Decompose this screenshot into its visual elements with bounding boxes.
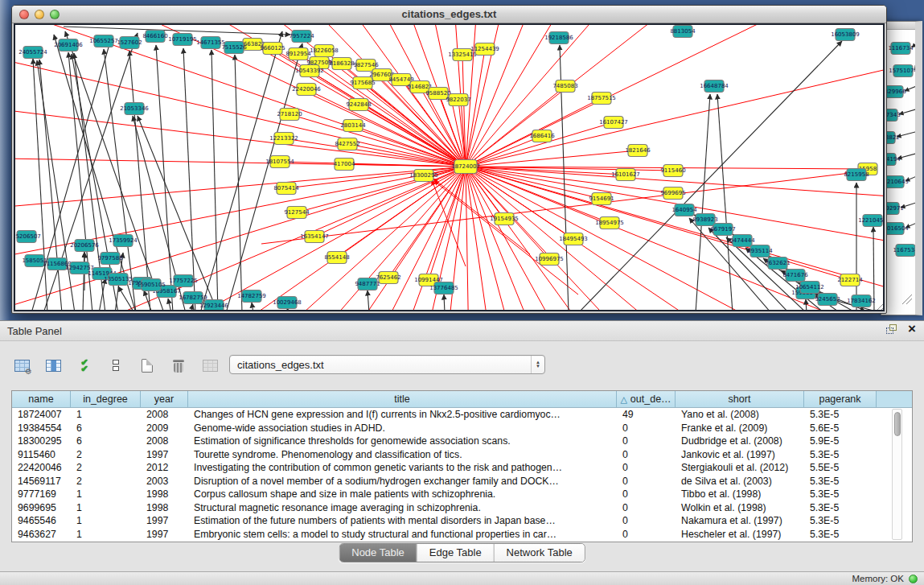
column-header-short[interactable]: short <box>676 391 804 407</box>
tab-edge-table[interactable]: Edge Table <box>417 544 495 562</box>
network-node[interactable]: 15905105 <box>137 279 166 291</box>
network-node[interactable]: 18495493 <box>559 233 588 245</box>
network-node[interactable]: 12213322 <box>269 133 298 145</box>
network-node[interactable]: 8554148 <box>324 252 349 264</box>
network-node[interactable]: 9699695 <box>660 187 685 200</box>
network-canvas[interactable]: 7663822966012589129541822605898275091054… <box>14 23 885 311</box>
network-node[interactable]: 8471676 <box>782 270 808 282</box>
tab-node-table[interactable]: Node Table <box>339 544 417 562</box>
network-node[interactable]: 8466160 <box>142 31 167 43</box>
network-node[interactable]: 8186328 <box>329 58 354 70</box>
network-node[interactable]: 13776485 <box>429 282 458 295</box>
network-node[interactable]: 9115460 <box>660 165 685 177</box>
network-node[interactable]: 10719195 <box>168 34 197 46</box>
network-node[interactable]: 1527602 <box>117 37 142 49</box>
table-row[interactable]: 1830029562008Estimation of significance … <box>12 435 912 448</box>
network-node[interactable]: 10996975 <box>535 253 564 266</box>
network-node[interactable]: 2122714 <box>837 274 863 286</box>
network-node[interactable]: 15751074 <box>889 65 915 77</box>
network-node[interactable]: 18757515 <box>587 93 616 105</box>
network-node[interactable]: 17834162 <box>847 295 876 307</box>
network-node[interactable]: 7485083 <box>552 80 577 93</box>
network-node[interactable]: 18954975 <box>595 217 624 229</box>
network-node[interactable]: 8813054 <box>670 26 696 38</box>
network-node[interactable]: 10655257 <box>89 35 118 47</box>
network-node[interactable]: 1821646 <box>625 145 651 157</box>
network-node[interactable]: 12923446 <box>199 300 228 312</box>
table-row[interactable]: 911546021997Tourette syndrome. Phenomeno… <box>12 448 912 462</box>
network-node[interactable]: 16354147 <box>300 231 329 243</box>
network-node[interactable]: 9660125 <box>260 43 285 55</box>
table-panel-titlebar[interactable]: Table Panel × <box>0 321 924 341</box>
vertical-scrollbar[interactable] <box>892 409 902 540</box>
network-node[interactable]: 2803144 <box>340 120 366 132</box>
column-header-pagerank[interactable]: pagerank <box>804 391 877 407</box>
network-node[interactable]: 1116734 <box>888 43 914 55</box>
network-node[interactable]: 8075414 <box>273 183 299 195</box>
network-node[interactable]: 10654112 <box>795 282 824 294</box>
network-node[interactable]: 16648784 <box>700 80 729 93</box>
resize-grip-icon[interactable] <box>876 301 885 311</box>
network-node[interactable]: 9175685 <box>350 77 375 89</box>
network-node[interactable]: 24055724 <box>18 47 47 59</box>
network-node[interactable]: 2718120 <box>277 109 302 121</box>
network-node[interactable]: 17757225 <box>169 275 198 287</box>
network-node[interactable]: 9127544 <box>284 207 310 219</box>
window-titlebar[interactable]: citations_edges.txt <box>12 6 886 23</box>
column-header-in_degree[interactable]: in_degree <box>71 391 141 407</box>
column-header-out_de[interactable]: △out_de… <box>617 391 676 407</box>
network-node[interactable]: 8912954 <box>285 48 311 60</box>
network-node[interactable]: 1686416 <box>529 130 555 142</box>
column-header-title[interactable]: title <box>188 391 617 407</box>
table-row[interactable]: 946362711997Embryonic stem cells: a mode… <box>12 528 912 542</box>
network-node[interactable]: 11254439 <box>470 43 499 56</box>
network-node[interactable]: 18724007 <box>451 160 480 174</box>
delete-table-button[interactable] <box>168 355 189 376</box>
network-node[interactable]: 8215958 <box>844 169 869 181</box>
network-node[interactable]: 7632621 <box>765 257 790 270</box>
row-height-button[interactable] <box>105 355 126 376</box>
network-node[interactable]: 21053346 <box>120 103 149 115</box>
network-node[interactable]: 9797588 <box>97 253 122 265</box>
column-header-name[interactable]: name <box>12 391 71 407</box>
table-row[interactable]: 977716911998Corpus callosum shape and si… <box>12 488 912 501</box>
network-node[interactable]: 6679197 <box>710 224 735 236</box>
float-panel-icon[interactable] <box>886 323 898 335</box>
network-node[interactable]: 7515526 <box>221 42 247 54</box>
network-node[interactable]: 2935114 <box>747 245 773 257</box>
table-source-dropdown[interactable]: citations_edges.txt ▲▼ <box>229 355 545 374</box>
network-view-window[interactable]: citations_edges.txt 76638229660125891295… <box>11 5 887 314</box>
close-panel-icon[interactable]: × <box>908 323 916 335</box>
resize-grip-icon[interactable] <box>880 305 885 311</box>
network-node[interactable]: 18107554 <box>265 156 294 168</box>
network-node[interactable]: 10029468 <box>273 297 302 309</box>
scrollbar-thumb[interactable] <box>894 412 901 436</box>
network-node[interactable]: 9822037 <box>446 94 470 106</box>
tab-network-table[interactable]: Network Table <box>495 544 585 562</box>
network-node[interactable]: 8427552 <box>335 138 359 150</box>
network-node[interactable]: 9154691 <box>589 193 614 205</box>
network-graph[interactable]: 7663822966012589129541822605898275091054… <box>15 25 885 311</box>
table-row[interactable]: 969969511998Structural magnetic resonanc… <box>12 501 912 515</box>
dropdown-stepper-icon[interactable]: ▲▼ <box>531 356 544 373</box>
network-node[interactable]: 22420046 <box>292 84 321 96</box>
network-node[interactable]: 1167534 <box>893 245 915 257</box>
network-node[interactable]: 25206507 <box>15 231 41 243</box>
network-node[interactable]: 7957224 <box>289 31 314 43</box>
network-node[interactable]: 9474444 <box>729 235 755 247</box>
table-row[interactable]: 946554611997Estimation of the future num… <box>12 514 912 528</box>
network-node[interactable]: 1640954 <box>671 204 697 216</box>
network-node[interactable]: 16101627 <box>611 169 640 181</box>
new-table-button[interactable] <box>137 355 158 376</box>
select-column-button[interactable] <box>43 355 64 376</box>
table-row[interactable]: 1872400712008Changes of HCN gene express… <box>12 408 912 422</box>
network-node[interactable]: 14782759 <box>237 290 266 303</box>
network-node[interactable]: 19154935 <box>490 213 519 225</box>
table-row[interactable]: 2242004622012Investigating the contribut… <box>12 461 912 475</box>
table-settings-button[interactable]: ⚙ <box>11 355 32 376</box>
network-node[interactable]: 20206576 <box>70 240 99 252</box>
network-node[interactable]: 9487771 <box>355 278 380 290</box>
column-header-year[interactable]: year <box>141 391 188 407</box>
table-row[interactable]: 1456911722003Disruption of a novel membe… <box>12 475 912 488</box>
network-node[interactable]: 16782759 <box>179 292 207 304</box>
